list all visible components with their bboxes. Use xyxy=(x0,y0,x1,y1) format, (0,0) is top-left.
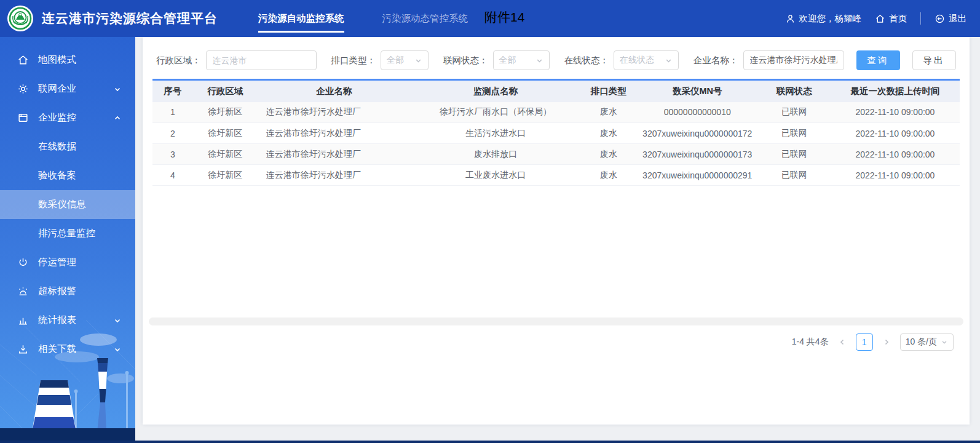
bar-chart-icon xyxy=(17,314,29,326)
chevron-down-icon xyxy=(113,316,122,325)
sidebar-item-online-data[interactable]: 在线数据 xyxy=(0,132,135,161)
cell-region: 徐圩新区 xyxy=(193,102,258,123)
cell-network-status: 已联网 xyxy=(758,144,831,165)
chevron-down-icon xyxy=(414,57,422,65)
chevron-down-icon xyxy=(113,85,122,94)
col-region: 行政区域 xyxy=(193,80,258,102)
sidebar-item-enterprise-monitoring[interactable]: 企业监控 xyxy=(0,103,135,132)
house-icon xyxy=(17,54,29,66)
epa-emblem-logo xyxy=(7,6,33,31)
outlet-type-select[interactable]: 全部 xyxy=(381,50,429,70)
cell-network-status: 已联网 xyxy=(758,165,831,186)
home-icon xyxy=(875,14,885,24)
online-status-label: 在线状态： xyxy=(564,55,609,66)
cell-monitor-point: 工业废水进水口 xyxy=(411,165,580,186)
sidebar-item-related-downloads[interactable]: 相关下载 xyxy=(0,335,135,364)
outlet-type-value: 全部 xyxy=(387,55,404,66)
cell-last-upload-time: 2022-11-10 09:00:00 xyxy=(831,102,960,123)
content-card: 行政区域： 排口类型： 全部 联网状态： 全部 xyxy=(143,37,970,425)
col-last-upload-time: 最近一次数据上传时间 xyxy=(831,80,960,102)
prev-page-button[interactable] xyxy=(835,333,850,351)
sidebar-menu: 地图模式 联网企业 企业监控 xyxy=(0,37,135,364)
pagination-total: 1-4 共4条 xyxy=(792,337,829,348)
cell-last-upload-time: 2022-11-10 09:00:00 xyxy=(831,165,960,186)
data-table: 序号 行政区域 企业名称 监测点名称 排口类型 数采仪MN号 联网状态 最近一次… xyxy=(152,79,960,186)
online-status-placeholder: 在线状态 xyxy=(620,55,654,66)
table-row: 2 徐圩新区 连云港市徐圩污水处理厂 生活污水进水口 废水 3207xuweix… xyxy=(152,123,960,144)
filter-region: 行政区域： xyxy=(156,50,317,70)
cell-index: 2 xyxy=(152,123,193,144)
cell-index: 1 xyxy=(152,102,193,123)
app-header: 连云港市污染源综合管理平台 污染源自动监控系统 污染源动态管控系统 附件14 欢… xyxy=(0,0,980,37)
sidebar-item-label: 停运管理 xyxy=(38,256,76,269)
page-number-button[interactable]: 1 xyxy=(856,333,873,351)
cell-network-status: 已联网 xyxy=(758,123,831,144)
query-button[interactable]: 查询 xyxy=(856,50,900,70)
user-icon xyxy=(785,14,796,24)
cell-region: 徐圩新区 xyxy=(193,123,258,144)
cell-index: 4 xyxy=(152,165,193,186)
monitor-icon xyxy=(17,112,29,124)
export-button[interactable]: 导出 xyxy=(912,50,956,70)
sidebar-item-exceedance-alarm[interactable]: 超标报警 xyxy=(0,277,135,306)
table-row: 1 徐圩新区 连云港市徐圩污水处理厂 徐圩污水厂雨水口（环保局） 废水 0000… xyxy=(152,102,960,123)
sidebar-item-data-collector-info[interactable]: 数采仪信息 xyxy=(0,190,135,219)
cell-network-status: 已联网 xyxy=(758,102,831,123)
cell-mn-number: 3207xuweixinqu0000000173 xyxy=(637,144,758,165)
next-page-button[interactable] xyxy=(879,333,894,351)
download-icon xyxy=(17,343,29,355)
filter-bar: 行政区域： 排口类型： 全部 联网状态： 全部 xyxy=(143,37,970,79)
sidebar-item-acceptance-filing[interactable]: 验收备案 xyxy=(0,161,135,190)
filter-network-status: 联网状态： 全部 xyxy=(443,50,550,70)
sidebar-item-label: 地图模式 xyxy=(38,54,76,66)
cell-region: 徐圩新区 xyxy=(193,144,258,165)
col-mn-number: 数采仪MN号 xyxy=(637,80,758,102)
online-status-select[interactable]: 在线状态 xyxy=(614,50,679,70)
header-divider xyxy=(920,12,921,25)
page-size-select[interactable]: 10 条/页 xyxy=(900,333,954,351)
cell-monitor-point: 生活污水进水口 xyxy=(411,123,580,144)
alarm-icon xyxy=(17,285,29,297)
cell-region: 徐圩新区 xyxy=(193,165,258,186)
horizontal-scrollbar[interactable] xyxy=(149,317,963,325)
cell-monitor-point: 废水排放口 xyxy=(411,144,580,165)
chevron-down-icon xyxy=(941,338,948,346)
network-status-select[interactable]: 全部 xyxy=(493,50,550,70)
filter-company: 企业名称： xyxy=(694,50,844,70)
chevron-down-icon xyxy=(113,345,122,354)
cell-company: 连云港市徐圩污水处理厂 xyxy=(258,123,411,144)
chevron-left-icon xyxy=(838,338,847,346)
sidebar-item-networked-enterprises[interactable]: 联网企业 xyxy=(0,74,135,103)
sidebar-item-label: 验收备案 xyxy=(38,169,76,182)
company-input[interactable] xyxy=(743,50,844,70)
logout-link[interactable]: 退出 xyxy=(935,13,966,25)
col-outlet-type: 排口类型 xyxy=(580,80,637,102)
pagination: 1-4 共4条 1 10 条/页 xyxy=(143,333,970,351)
sidebar-item-map-mode[interactable]: 地图模式 xyxy=(0,46,135,74)
sidebar-item-label: 在线数据 xyxy=(38,140,76,153)
sidebar-item-label: 联网企业 xyxy=(38,82,76,95)
sidebar-item-total-discharge-monitoring[interactable]: 排污总量监控 xyxy=(0,219,135,248)
home-link[interactable]: 首页 xyxy=(875,13,907,25)
sidebar-item-label: 排污总量监控 xyxy=(38,227,95,240)
filter-outlet-type: 排口类型： 全部 xyxy=(331,50,429,70)
data-table-wrapper: 序号 行政区域 企业名称 监测点名称 排口类型 数采仪MN号 联网状态 最近一次… xyxy=(143,79,970,186)
page-title: 连云港市污染源综合管理平台 xyxy=(42,10,218,27)
sidebar-item-label: 数采仪信息 xyxy=(38,198,86,211)
chevron-right-icon xyxy=(882,338,891,346)
tab-auto-monitoring-system[interactable]: 污染源自动监控系统 xyxy=(258,0,344,37)
sidebar-item-statistics-reports[interactable]: 统计报表 xyxy=(0,306,135,335)
cell-outlet-type: 废水 xyxy=(580,144,637,165)
table-row: 4 徐圩新区 连云港市徐圩污水处理厂 工业废水进水口 废水 3207xuweix… xyxy=(152,165,960,186)
cell-index: 3 xyxy=(152,144,193,165)
logout-icon xyxy=(935,14,945,24)
gear-icon xyxy=(17,83,29,95)
logout-label: 退出 xyxy=(949,13,966,25)
region-input[interactable] xyxy=(206,50,317,70)
sidebar-item-label: 统计报表 xyxy=(38,314,76,327)
cell-company: 连云港市徐圩污水处理厂 xyxy=(258,144,411,165)
col-monitor-point: 监测点名称 xyxy=(411,80,580,102)
tab-dynamic-control-system[interactable]: 污染源动态管控系统 xyxy=(382,0,468,37)
power-icon xyxy=(17,257,29,268)
sidebar-item-shutdown-management[interactable]: 停运管理 xyxy=(0,248,135,277)
